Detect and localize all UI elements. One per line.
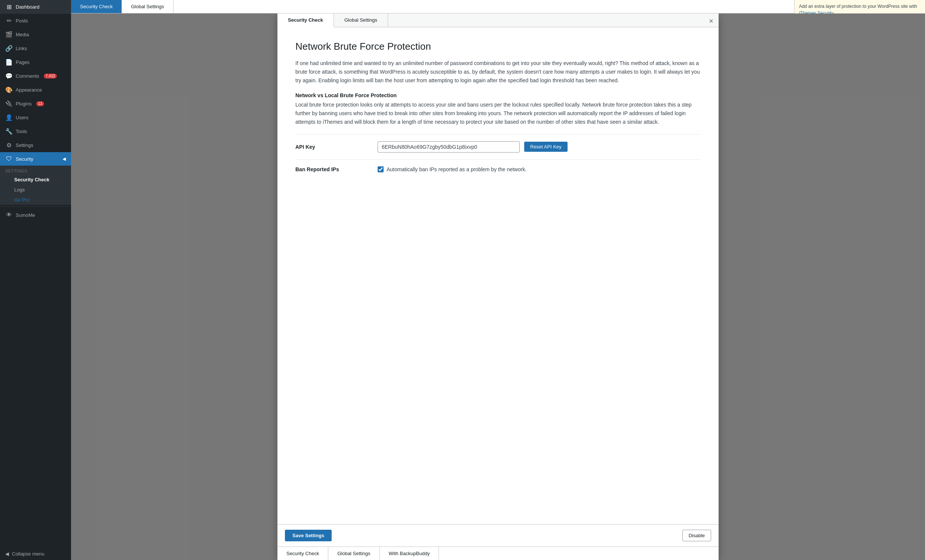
security-icon: 🛡 [5,155,13,162]
bg-content: Security Check Global Settings × Network… [71,14,925,560]
sidebar-item-media[interactable]: 🎬 Media [0,28,71,42]
security-arrow-icon: ◀ [62,156,66,161]
links-icon: 🔗 [5,45,13,52]
submenu-item-security-check[interactable]: Security Check [0,175,71,185]
modal-footer: Save Settings Disable [277,524,719,546]
sidebar-item-dashboard[interactable]: ⊞ Dashboard [0,0,71,14]
collapse-menu-label: Collapse menu [12,551,45,557]
sidebar-item-plugins[interactable]: 🔌 Plugins 13 [0,97,71,111]
sidebar-divider [0,206,71,207]
sidebar-item-label: Media [16,32,29,38]
bottom-tabs: Security Check Global Settings With Back… [277,546,719,560]
sidebar-item-appearance[interactable]: 🎨 Appearance [0,83,71,97]
collapse-icon: ◀ [5,551,9,557]
ban-reported-ips-row: Ban Reported IPs Automatically ban IPs r… [295,159,701,179]
sidebar-item-label: Settings [16,142,33,148]
modal-sub-title: Network vs Local Brute Force Protection [295,92,701,98]
main-content: Security Check Global Settings Add an ex… [71,0,925,560]
api-key-label: API Key [295,144,370,150]
promo-link[interactable]: iThemes Security [799,11,834,14]
modal-description-1: If one had unlimited time and wanted to … [295,59,701,85]
posts-icon: ✏ [5,17,13,24]
bottom-tab-backupbuddy[interactable]: With BackupBuddy [380,547,439,560]
modal-title: Network Brute Force Protection [295,41,701,52]
reset-api-key-button[interactable]: Reset API Key [524,142,568,152]
submenu-item-gopro[interactable]: Go Pro [0,195,71,205]
tab-global-settings[interactable]: Global Settings [122,0,173,13]
comments-icon: 💬 [5,72,13,80]
sidebar-item-comments[interactable]: 💬 Comments 7,433 [0,69,71,83]
sidebar-item-posts[interactable]: ✏ Posts [0,14,71,28]
bottom-tab-global-settings[interactable]: Global Settings [328,547,380,560]
modal-dialog: Security Check Global Settings × Network… [277,14,719,560]
sidebar-item-label: Security [16,156,33,162]
plugins-badge: 13 [36,101,44,106]
sidebar-item-label: Users [16,115,29,120]
appearance-icon: 🎨 [5,86,13,93]
modal-body: Network Brute Force Protection If one ha… [277,27,719,524]
plugins-icon: 🔌 [5,100,13,107]
ban-reported-ips-control: Automatically ban IPs reported as a prob… [378,166,701,172]
sidebar-item-label: Tools [16,129,27,134]
users-icon: 👤 [5,114,13,121]
security-submenu: Settings Security Check Logs Go Pro [0,166,71,205]
sidebar-item-label: SumoMe [16,212,35,218]
sidebar-item-label: Appearance [16,87,42,93]
sidebar-item-users[interactable]: 👤 Users [0,111,71,125]
sidebar-item-security[interactable]: 🛡 Security ◀ [0,152,71,166]
sidebar-item-pages[interactable]: 📄 Pages [0,55,71,69]
promo-strip: Add an extra layer of protection to your… [794,0,925,14]
promo-text: Add an extra layer of protection to your… [799,4,917,9]
modal-tab-security-check[interactable]: Security Check [277,14,334,27]
modal-tab-global-settings[interactable]: Global Settings [334,14,388,27]
bottom-tab-security-check[interactable]: Security Check [277,547,328,560]
sidebar-item-label: Links [16,46,27,51]
comments-badge: 7,433 [44,74,57,78]
sidebar: ⊞ Dashboard ✏ Posts 🎬 Media 🔗 Links 📄 Pa… [0,0,71,560]
api-key-input[interactable] [378,141,520,152]
sumome-icon: 👁 [5,212,13,218]
ban-reported-ips-checkbox[interactable] [378,166,384,172]
sidebar-item-tools[interactable]: 🔧 Tools [0,125,71,138]
tab-security-check[interactable]: Security Check [71,0,122,13]
modal-description-2: Local brute force protection looks only … [295,101,701,126]
sidebar-item-label: Dashboard [16,4,40,10]
sidebar-item-label: Plugins [16,101,32,107]
sidebar-item-label: Posts [16,18,28,24]
disable-button[interactable]: Disable [682,530,711,541]
modal-tabs: Security Check Global Settings [277,14,719,27]
sidebar-item-settings-menu[interactable]: ⚙ Settings [0,138,71,152]
ban-ips-checkbox-label: Automatically ban IPs reported as a prob… [387,166,526,172]
settings-icon: ⚙ [5,142,13,149]
dashboard-icon: ⊞ [5,3,13,11]
overlay-backdrop: Security Check Global Settings × Network… [71,14,925,560]
media-icon: 🎬 [5,31,13,38]
sidebar-item-label: Comments [16,73,39,79]
save-settings-button[interactable]: Save Settings [285,530,331,541]
sidebar-item-sumome[interactable]: 👁 SumoMe [0,208,71,222]
api-key-row: API Key Reset API Key [295,134,701,159]
sidebar-item-links[interactable]: 🔗 Links [0,42,71,55]
ban-ips-checkbox-wrap: Automatically ban IPs reported as a prob… [378,166,526,172]
collapse-menu-button[interactable]: ◀ Collapse menu [0,548,71,560]
api-key-control: Reset API Key [378,141,701,152]
tabs-bar: Security Check Global Settings Add an ex… [71,0,925,14]
submenu-section-label: Settings [0,166,71,175]
pages-icon: 📄 [5,59,13,66]
submenu-item-logs[interactable]: Logs [0,185,71,195]
sidebar-item-label: Pages [16,59,30,65]
ban-reported-ips-label: Ban Reported IPs [295,166,370,172]
tools-icon: 🔧 [5,128,13,135]
modal-close-button[interactable]: × [709,17,713,25]
